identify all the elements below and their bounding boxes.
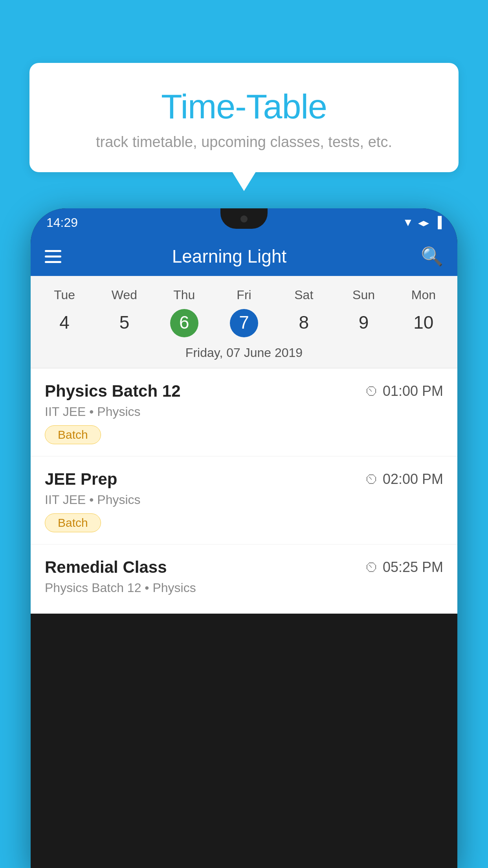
phone-frame: 14:29 ▼ ◂▸ ▐ Learning Light 🔍 Tue Wed Th… (31, 208, 457, 868)
day-thu: Thu (154, 284, 214, 306)
batch-tag: Batch (45, 425, 101, 444)
status-bar: 14:29 ▼ ◂▸ ▐ (31, 208, 457, 237)
signal-icon: ◂▸ (418, 216, 429, 229)
batch-tag: Batch (45, 513, 101, 532)
class-item-header: Remedial Class ⏲ 05:25 PM (45, 558, 443, 577)
day-sat: Sat (274, 284, 334, 306)
tooltip-card: Time-Table track timetable, upcoming cla… (29, 63, 459, 172)
day-5[interactable]: 5 (94, 306, 154, 340)
camera-dot (240, 215, 248, 223)
class-item[interactable]: Remedial Class ⏲ 05:25 PM Physics Batch … (31, 544, 457, 614)
notch (220, 208, 268, 229)
calendar-strip: Tue Wed Thu Fri Sat Sun Mon 4 5 6 7 8 9 … (31, 276, 457, 368)
search-button[interactable]: 🔍 (421, 246, 443, 267)
day-7-selected[interactable]: 7 (230, 309, 258, 337)
day-wed: Wed (94, 284, 154, 306)
day-4[interactable]: 4 (35, 306, 94, 340)
status-icons: ▼ ◂▸ ▐ (402, 216, 442, 229)
wifi-icon: ▼ (402, 216, 413, 229)
day-mon: Mon (394, 284, 453, 306)
class-list: Physics Batch 12 ⏲ 01:00 PM IIT JEE • Ph… (31, 368, 457, 614)
class-meta: IIT JEE • Physics (45, 405, 443, 419)
day-6-today[interactable]: 6 (170, 309, 198, 337)
clock-icon: ⏲ (365, 471, 379, 487)
time-value: 02:00 PM (383, 471, 443, 487)
time-value: 05:25 PM (383, 559, 443, 576)
day-fri: Fri (214, 284, 274, 306)
day-tue: Tue (35, 284, 94, 306)
class-time: ⏲ 02:00 PM (365, 471, 443, 487)
day-9[interactable]: 9 (334, 306, 393, 340)
class-name: Remedial Class (45, 558, 167, 577)
class-name: Physics Batch 12 (45, 382, 181, 401)
class-name: JEE Prep (45, 470, 117, 489)
battery-icon: ▐ (434, 216, 442, 229)
class-meta: IIT JEE • Physics (45, 493, 443, 507)
app-bar: Learning Light 🔍 (31, 237, 457, 276)
clock-icon: ⏲ (365, 559, 379, 576)
class-meta: Physics Batch 12 • Physics (45, 581, 443, 595)
class-time: ⏲ 05:25 PM (365, 559, 443, 576)
day-headers: Tue Wed Thu Fri Sat Sun Mon (31, 284, 457, 306)
day-sun: Sun (334, 284, 393, 306)
clock-icon: ⏲ (365, 383, 379, 399)
app-title: Learning Light (50, 246, 409, 267)
class-item[interactable]: Physics Batch 12 ⏲ 01:00 PM IIT JEE • Ph… (31, 368, 457, 456)
day-8[interactable]: 8 (274, 306, 334, 340)
class-time: ⏲ 01:00 PM (365, 383, 443, 399)
class-item-header: JEE Prep ⏲ 02:00 PM (45, 470, 443, 489)
time-value: 01:00 PM (383, 383, 443, 399)
class-item[interactable]: JEE Prep ⏲ 02:00 PM IIT JEE • Physics Ba… (31, 456, 457, 544)
tooltip-title: Time-Table (53, 86, 435, 127)
status-time: 14:29 (46, 215, 78, 230)
class-item-header: Physics Batch 12 ⏲ 01:00 PM (45, 382, 443, 401)
selected-date-label: Friday, 07 June 2019 (31, 340, 457, 368)
day-numbers: 4 5 6 7 8 9 10 (31, 306, 457, 340)
tooltip-subtitle: track timetable, upcoming classes, tests… (53, 134, 435, 151)
day-10[interactable]: 10 (394, 306, 453, 340)
